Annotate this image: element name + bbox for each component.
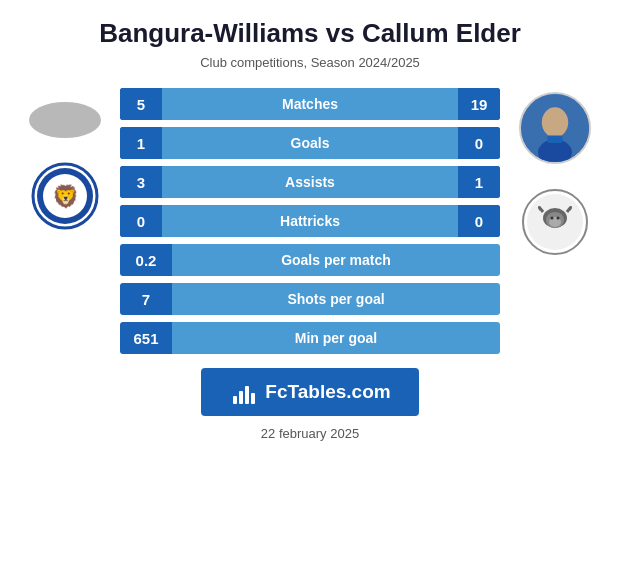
- stat-row-single: 651 Min per goal: [120, 322, 500, 354]
- stat-left-value: 7: [120, 283, 172, 315]
- comparison-area: 🦁 1885 5 Matches 19 1 Goals 0 3 Assists …: [10, 88, 610, 354]
- fctables-label: FcTables.com: [265, 381, 390, 403]
- stat-right-value: 19: [458, 88, 500, 120]
- svg-rect-16: [233, 396, 237, 404]
- stat-left-value: 1: [120, 127, 162, 159]
- svg-rect-18: [245, 386, 249, 404]
- svg-rect-19: [251, 393, 255, 404]
- svg-point-15: [557, 217, 560, 220]
- page: Bangura-Williams vs Callum Elder Club co…: [0, 0, 620, 580]
- stats-block: 5 Matches 19 1 Goals 0 3 Assists 1 0 Hat…: [120, 88, 500, 354]
- svg-point-14: [551, 217, 554, 220]
- left-player-avatar: [29, 102, 101, 138]
- stat-row: 3 Assists 1: [120, 166, 500, 198]
- svg-rect-8: [547, 136, 562, 144]
- stat-label: Min per goal: [172, 322, 500, 354]
- millwall-badge-icon: 🦁 1885: [31, 162, 99, 230]
- page-subtitle: Club competitions, Season 2024/2025: [200, 55, 420, 70]
- stat-label: Assists: [162, 166, 458, 198]
- stat-right-value: 0: [458, 127, 500, 159]
- svg-point-6: [542, 107, 568, 137]
- stat-right-value: 1: [458, 166, 500, 198]
- derby-badge-container: [521, 188, 589, 260]
- stat-label: Matches: [162, 88, 458, 120]
- millwall-badge-container: 🦁 1885: [31, 162, 99, 234]
- stat-left-value: 5: [120, 88, 162, 120]
- svg-text:🦁: 🦁: [52, 183, 80, 210]
- right-player-avatar: [519, 92, 591, 164]
- right-logos: [500, 88, 610, 260]
- stat-row-single: 7 Shots per goal: [120, 283, 500, 315]
- svg-text:1885: 1885: [58, 217, 72, 223]
- stat-left-value: 651: [120, 322, 172, 354]
- derby-badge-icon: [521, 188, 589, 256]
- svg-rect-17: [239, 391, 243, 404]
- fctables-banner[interactable]: FcTables.com: [201, 368, 418, 416]
- chart-icon: [229, 378, 257, 406]
- stat-left-value: 0.2: [120, 244, 172, 276]
- page-title: Bangura-Williams vs Callum Elder: [99, 18, 521, 49]
- left-logos: 🦁 1885: [10, 88, 120, 234]
- stat-label: Goals: [162, 127, 458, 159]
- stat-label: Hattricks: [162, 205, 458, 237]
- stat-left-value: 0: [120, 205, 162, 237]
- stat-row: 0 Hattricks 0: [120, 205, 500, 237]
- stat-row: 5 Matches 19: [120, 88, 500, 120]
- stat-left-value: 3: [120, 166, 162, 198]
- stat-label: Shots per goal: [172, 283, 500, 315]
- player-face-svg: [521, 92, 589, 164]
- stat-right-value: 0: [458, 205, 500, 237]
- stat-row-single: 0.2 Goals per match: [120, 244, 500, 276]
- stat-row: 1 Goals 0: [120, 127, 500, 159]
- footer-date: 22 february 2025: [261, 426, 359, 441]
- stat-label: Goals per match: [172, 244, 500, 276]
